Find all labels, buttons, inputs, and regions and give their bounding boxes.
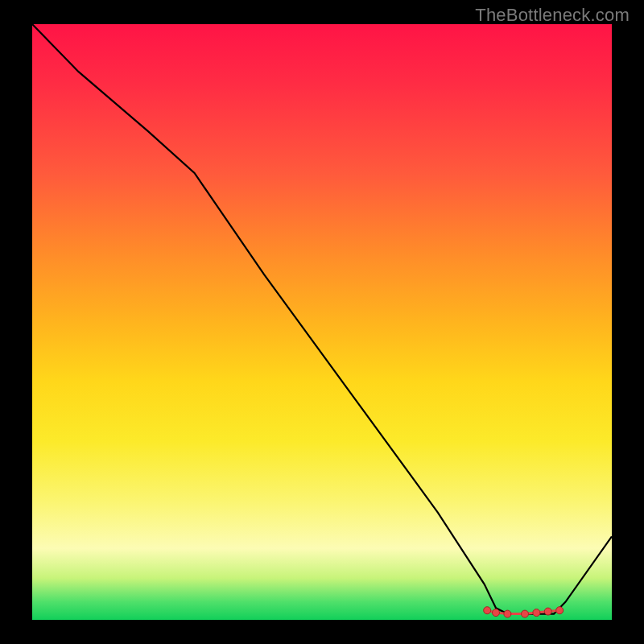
minimum-dot [544, 608, 551, 615]
minimum-dot [484, 607, 491, 614]
minimum-dot [504, 610, 511, 617]
minimum-dot [533, 609, 540, 617]
watermark-text: TheBottleneck.com [475, 5, 630, 26]
chart-frame: TheBottleneck.com [0, 0, 644, 644]
minimum-dot [522, 610, 529, 617]
minimum-dot [556, 607, 564, 614]
bottleneck-line [32, 24, 612, 614]
plot-area [32, 24, 612, 620]
curve-svg [32, 24, 612, 620]
minimum-dot [493, 609, 500, 617]
